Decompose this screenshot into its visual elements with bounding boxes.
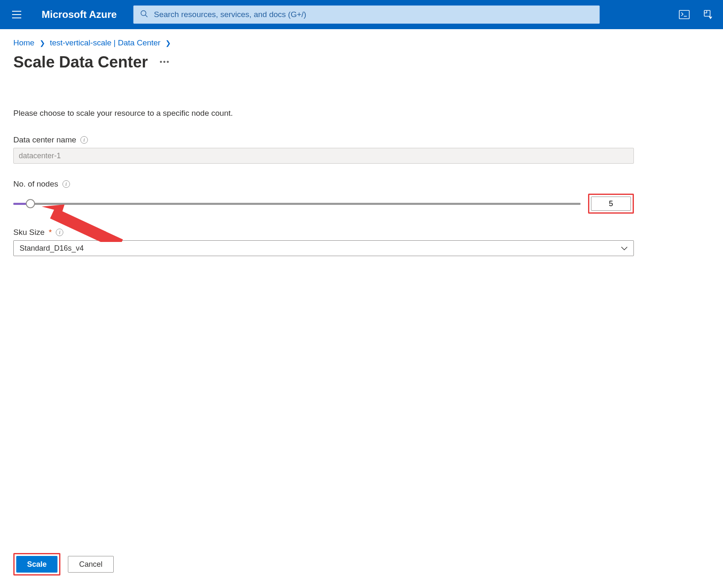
breadcrumb-resource[interactable]: test-vertical-scale | Data Center (50, 38, 161, 47)
global-search[interactable] (133, 5, 600, 24)
annotation-highlight (588, 194, 634, 214)
nodes-label: No. of nodes (13, 179, 58, 189)
search-input[interactable] (153, 10, 593, 20)
svg-rect-7 (704, 10, 710, 16)
search-icon (140, 10, 148, 20)
sku-size-value: Standard_D16s_v4 (20, 244, 84, 253)
breadcrumb: Home ❯ test-vertical-scale | Data Center… (13, 38, 710, 47)
brand-logo[interactable]: Microsoft Azure (42, 9, 117, 20)
top-bar: Microsoft Azure (0, 0, 723, 29)
chevron-down-icon (621, 244, 628, 253)
svg-rect-5 (679, 10, 689, 19)
cloud-shell-icon[interactable] (678, 8, 691, 21)
footer-actions: Scale Cancel (13, 544, 710, 588)
cancel-button[interactable]: Cancel (68, 556, 114, 573)
nodes-slider[interactable] (13, 199, 581, 208)
nodes-value-input[interactable] (591, 197, 631, 211)
svg-line-4 (145, 15, 147, 17)
more-actions-icon[interactable]: ••• (160, 58, 170, 67)
scale-button[interactable]: Scale (16, 556, 57, 573)
info-icon[interactable]: i (62, 180, 70, 188)
datacenter-name-label: Data center name (13, 135, 76, 145)
datacenter-name-input (13, 148, 634, 164)
annotation-highlight: Scale (13, 553, 60, 576)
svg-marker-8 (42, 204, 65, 214)
info-icon[interactable]: i (56, 229, 63, 236)
directories-filter-icon[interactable] (702, 8, 715, 21)
page-description: Please choose to scale your resource to … (13, 109, 710, 118)
page-title: Scale Data Center (13, 53, 148, 71)
breadcrumb-home[interactable]: Home (13, 38, 35, 47)
sku-size-dropdown[interactable]: Standard_D16s_v4 (13, 240, 634, 256)
chevron-right-icon: ❯ (40, 39, 45, 47)
slider-thumb[interactable] (26, 199, 35, 208)
hamburger-menu-icon[interactable] (8, 6, 25, 23)
slider-track (13, 203, 581, 205)
sku-size-label: Sku Size (13, 228, 45, 237)
svg-point-3 (141, 10, 146, 15)
required-asterisk: * (49, 228, 52, 237)
chevron-right-icon: ❯ (165, 39, 171, 47)
info-icon[interactable]: i (80, 136, 88, 144)
